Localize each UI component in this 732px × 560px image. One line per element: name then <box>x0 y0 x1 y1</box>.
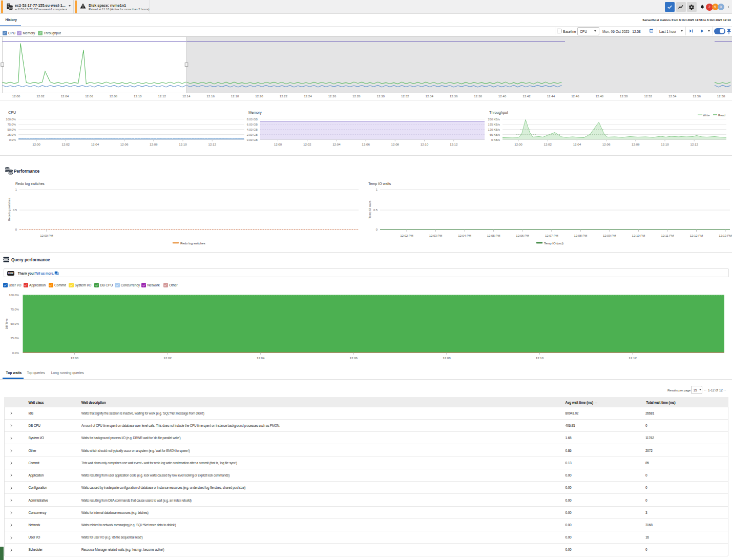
svg-text:0: 0 <box>376 228 378 231</box>
svg-text:Temp IO (orcl): Temp IO (orcl) <box>544 242 563 245</box>
svg-text:12:00 PM: 12:00 PM <box>40 234 53 237</box>
svg-text:12:04: 12:04 <box>332 142 341 146</box>
svg-text:12:28: 12:28 <box>352 94 361 98</box>
svg-text:12:00: 12:00 <box>274 142 282 146</box>
svg-text:12:06 PM: 12:06 PM <box>516 234 529 237</box>
svg-text:2.00 GB: 2.00 GB <box>247 133 258 136</box>
svg-text:12:12: 12:12 <box>690 142 698 146</box>
svg-text:12:44: 12:44 <box>547 94 555 98</box>
svg-text:12:20: 12:20 <box>255 94 263 98</box>
svg-text:12:38: 12:38 <box>474 94 482 98</box>
svg-text:25.0%: 25.0% <box>8 133 16 136</box>
svg-text:12:06: 12:06 <box>362 142 370 146</box>
svg-text:12:26: 12:26 <box>328 94 337 98</box>
svg-text:12:04: 12:04 <box>257 356 265 360</box>
svg-text:12:08: 12:08 <box>443 356 451 360</box>
svg-text:130 KB/s: 130 KB/s <box>488 128 500 131</box>
svg-text:12:02: 12:02 <box>303 142 311 146</box>
svg-text:12:02: 12:02 <box>61 142 70 146</box>
svg-text:0.5: 0.5 <box>13 209 17 212</box>
svg-text:12:06: 12:06 <box>350 356 358 360</box>
svg-text:12:08: 12:08 <box>391 142 400 146</box>
svg-text:12:00: 12:00 <box>12 94 20 98</box>
svg-text:12:40: 12:40 <box>498 94 507 98</box>
svg-text:Redo log switches: Redo log switches <box>8 198 11 221</box>
svg-text:12:22: 12:22 <box>280 94 288 98</box>
svg-text:12:12 PM: 12:12 PM <box>690 234 703 237</box>
svg-text:12:12: 12:12 <box>158 94 166 98</box>
svg-text:12:04 PM: 12:04 PM <box>458 234 471 237</box>
svg-text:12:12: 12:12 <box>629 356 637 360</box>
svg-text:12:06: 12:06 <box>120 142 129 146</box>
svg-text:12:18: 12:18 <box>231 94 239 98</box>
svg-text:12:00: 12:00 <box>71 356 79 360</box>
svg-text:12:06: 12:06 <box>85 94 93 98</box>
svg-text:12:00: 12:00 <box>514 142 522 146</box>
svg-text:12:14: 12:14 <box>182 94 191 98</box>
svg-text:4.00 GB: 4.00 GB <box>247 128 258 131</box>
svg-text:12:08: 12:08 <box>150 142 158 146</box>
svg-text:195 KB/s: 195 KB/s <box>488 123 500 126</box>
svg-text:12:10: 12:10 <box>661 142 669 146</box>
svg-text:Query performance: Query performance <box>11 258 50 262</box>
svg-text:12:07 PM: 12:07 PM <box>545 234 558 237</box>
svg-text:Write: Write <box>703 114 709 117</box>
svg-text:12:36: 12:36 <box>450 94 458 98</box>
svg-text:12:10: 12:10 <box>134 94 142 98</box>
svg-text:0.0%: 0.0% <box>12 351 19 355</box>
svg-text:1: 1 <box>376 188 378 191</box>
svg-text:12:02 PM: 12:02 PM <box>400 234 413 237</box>
svg-text:6.00 GB: 6.00 GB <box>247 123 258 126</box>
svg-text:DB Time: DB Time <box>5 318 8 329</box>
svg-text:12:56: 12:56 <box>693 94 701 98</box>
svg-text:12:00: 12:00 <box>32 142 40 146</box>
svg-text:12:11 PM: 12:11 PM <box>661 234 674 237</box>
svg-text:Throughput: Throughput <box>489 110 508 115</box>
svg-text:12:05 PM: 12:05 PM <box>487 234 500 237</box>
svg-text:12:52: 12:52 <box>644 94 652 98</box>
svg-text:12:10 PM: 12:10 PM <box>632 234 645 237</box>
svg-text:12:50: 12:50 <box>620 94 628 98</box>
svg-text:75.0%: 75.0% <box>8 123 16 126</box>
svg-text:12:46: 12:46 <box>571 94 579 98</box>
svg-text:12:30: 12:30 <box>377 94 385 98</box>
svg-text:Read: Read <box>718 114 725 117</box>
svg-text:75.0%: 75.0% <box>11 308 19 311</box>
svg-text:Redo log switches: Redo log switches <box>180 242 205 245</box>
svg-text:Temp IO waits: Temp IO waits <box>368 182 391 186</box>
svg-text:12:12: 12:12 <box>208 142 216 146</box>
svg-text:Temp IO waits: Temp IO waits <box>368 200 371 218</box>
svg-text:12:12: 12:12 <box>450 142 458 146</box>
svg-text:12:58: 12:58 <box>717 94 725 98</box>
svg-text:Memory: Memory <box>248 110 262 115</box>
svg-text:12:08: 12:08 <box>632 142 640 146</box>
svg-text:25.0%: 25.0% <box>11 337 19 340</box>
svg-text:12:06: 12:06 <box>602 142 611 146</box>
svg-text:0.00 GB: 0.00 GB <box>247 138 258 141</box>
svg-text:100.0%: 100.0% <box>9 294 19 297</box>
svg-text:12:08: 12:08 <box>110 94 118 98</box>
svg-text:12:13 PM: 12:13 PM <box>719 234 732 237</box>
svg-text:12:08 PM: 12:08 PM <box>574 234 587 237</box>
svg-text:12:54: 12:54 <box>668 94 677 98</box>
svg-text:12:32: 12:32 <box>401 94 409 98</box>
svg-text:50.0%: 50.0% <box>8 128 16 131</box>
svg-text:12:42: 12:42 <box>522 94 531 98</box>
svg-text:12:10: 12:10 <box>421 142 429 146</box>
svg-text:12:34: 12:34 <box>425 94 433 98</box>
svg-text:12:04: 12:04 <box>91 142 99 146</box>
svg-text:12:10: 12:10 <box>179 142 187 146</box>
svg-text:12:02: 12:02 <box>543 142 552 146</box>
svg-text:12:04: 12:04 <box>61 94 69 98</box>
svg-text:12:02: 12:02 <box>36 94 45 98</box>
svg-text:12:16: 12:16 <box>206 94 215 98</box>
svg-text:65 KB/s: 65 KB/s <box>490 133 500 136</box>
svg-text:12:48: 12:48 <box>596 94 604 98</box>
svg-text:Redo log switches: Redo log switches <box>15 182 45 186</box>
svg-text:50.0%: 50.0% <box>11 322 19 325</box>
svg-text:260 KB/s: 260 KB/s <box>488 118 500 121</box>
svg-text:100.0%: 100.0% <box>6 118 16 121</box>
svg-text:8.00 GB: 8.00 GB <box>247 118 258 121</box>
svg-text:Performance: Performance <box>14 169 40 174</box>
svg-text:0.5: 0.5 <box>373 209 378 212</box>
